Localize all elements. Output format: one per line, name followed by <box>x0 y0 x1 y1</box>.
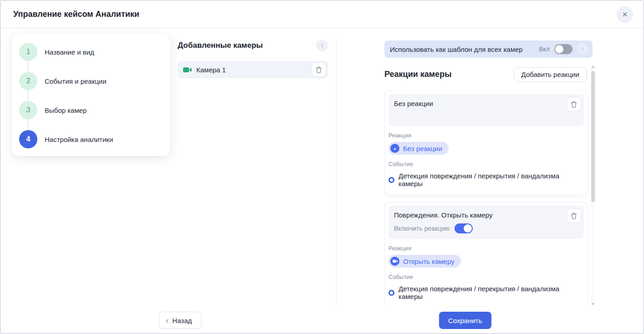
reactions-scrollbar[interactable] <box>591 65 595 306</box>
close-icon: ✕ <box>622 10 628 19</box>
stepper-step-3[interactable]: 3 Выбор камер <box>19 101 163 119</box>
event-text: Детекция повреждения / перекрытия / ванд… <box>399 285 584 300</box>
info-icon[interactable]: i <box>316 40 328 51</box>
template-toggle[interactable] <box>554 44 572 54</box>
page-title: Управление кейсом Аналитики <box>13 10 139 19</box>
add-reactions-button[interactable]: Добавить реакции <box>514 67 587 82</box>
reactions-panel-header: Реакции камеры Добавить реакции <box>384 67 587 82</box>
reaction-card-title: Повреждения. Открыть камеру <box>394 211 578 219</box>
chevron-left-icon: ‹ <box>166 316 169 324</box>
step-number-badge: 3 <box>19 101 37 119</box>
reaction-chip-label: Открыть камеру <box>403 258 455 265</box>
event-field-label: Событие <box>388 273 584 280</box>
event-row: Детекция повреждения / перекрытия / ванд… <box>388 285 584 300</box>
step-connector <box>28 61 29 72</box>
scrollbar-down-arrow[interactable] <box>591 303 595 305</box>
camera-icon <box>183 67 192 73</box>
back-button-label: Назад <box>172 317 192 324</box>
dialog-header: Управление кейсом Аналитики <box>0 0 644 28</box>
toggle-knob <box>464 224 472 233</box>
template-banner-label: Использовать как шаблон для всех камер <box>390 46 539 53</box>
reaction-chip-label: Без реакции <box>403 145 442 152</box>
reaction-card-title: Без реакции <box>394 100 578 107</box>
template-toggle-label: Вкл <box>539 46 550 53</box>
reaction-field-label: Реакция <box>388 132 584 139</box>
back-button[interactable]: ‹ Назад <box>159 312 201 329</box>
enable-reaction-label: Включить реакцию <box>394 225 450 232</box>
info-icon[interactable]: i <box>577 44 588 55</box>
stepper-card: 1 Название и вид 2 События и реакции 3 В… <box>12 34 170 156</box>
event-field-label: Событие <box>388 161 584 167</box>
step-number-badge: 4 <box>19 130 37 148</box>
scrollbar-up-arrow[interactable] <box>591 66 595 68</box>
camera-icon <box>390 257 399 266</box>
delete-reaction-button[interactable] <box>567 208 581 223</box>
step-label: Выбор камер <box>45 106 87 114</box>
step-label: События и реакции <box>45 77 107 85</box>
column-divider <box>336 40 337 306</box>
trash-icon <box>316 66 322 73</box>
added-cameras-title: Добавленные камеры <box>178 41 263 50</box>
step-label: Название и вид <box>45 48 94 56</box>
reaction-chip[interactable]: ▲ Без реакции <box>388 142 449 155</box>
reaction-card: Повреждения. Открыть камеру Включить реа… <box>384 202 588 306</box>
reactions-list: Без реакции Реакция ▲ Без реакции Событи… <box>384 91 588 306</box>
reaction-field-label: Реакция <box>388 245 584 252</box>
event-ring-icon <box>388 290 394 296</box>
event-ring-icon <box>388 177 394 183</box>
event-row: Детекция повреждения / перекрытия / ванд… <box>388 172 584 187</box>
delete-reaction-button[interactable] <box>567 97 581 111</box>
camera-name: Камера 1 <box>196 66 226 74</box>
added-cameras-section: Добавленные камеры i Камера 1 <box>178 40 328 78</box>
reaction-chip[interactable]: Открыть камеру <box>388 255 461 268</box>
trash-icon <box>571 213 577 219</box>
reaction-card-header: Повреждения. Открыть камеру Включить реа… <box>388 206 584 239</box>
step-connector <box>28 90 29 101</box>
trash-icon <box>571 101 577 108</box>
step-label: Настройка аналитики <box>45 136 113 143</box>
save-button[interactable]: Сохранить <box>439 312 491 329</box>
alert-triangle-icon: ▲ <box>390 144 399 153</box>
step-number-badge: 2 <box>19 72 37 90</box>
close-button[interactable]: ✕ <box>617 6 633 23</box>
scrollbar-thumb[interactable] <box>591 71 595 202</box>
step-connector <box>28 119 29 130</box>
event-text: Детекция повреждения / перекрытия / ванд… <box>399 172 584 187</box>
reaction-card: Без реакции Реакция ▲ Без реакции Событи… <box>384 91 588 195</box>
reactions-title: Реакции камеры <box>384 70 452 79</box>
template-banner: Использовать как шаблон для всех камер В… <box>384 40 593 58</box>
reaction-card-header: Без реакции <box>388 94 584 126</box>
delete-camera-button[interactable] <box>312 62 326 77</box>
stepper-step-2[interactable]: 2 События и реакции <box>19 72 163 90</box>
manage-case-dialog: Управление кейсом Аналитики ✕ 1 Название… <box>0 0 644 334</box>
stepper-step-1[interactable]: 1 Название и вид <box>19 43 163 61</box>
stepper-step-4-active[interactable]: 4 Настройка аналитики <box>19 130 163 148</box>
step-number-badge: 1 <box>19 43 37 61</box>
camera-list-item[interactable]: Камера 1 <box>178 61 328 78</box>
toggle-knob <box>555 45 563 53</box>
enable-reaction-toggle[interactable] <box>455 223 473 233</box>
